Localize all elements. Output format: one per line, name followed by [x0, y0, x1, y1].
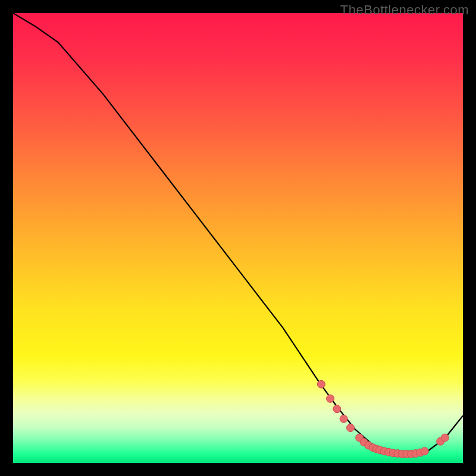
chart-container: TheBottlenecker.com: [0, 0, 476, 476]
dots-group: [317, 380, 449, 458]
highlight-dot: [347, 424, 355, 432]
highlight-dot: [441, 434, 449, 441]
highlight-dots-layer: [13, 13, 463, 463]
plot-area: [13, 13, 463, 463]
highlight-dot: [340, 415, 347, 422]
highlight-dot: [326, 394, 334, 402]
watermark-text: TheBottlenecker.com: [340, 2, 469, 18]
highlight-dot: [333, 405, 341, 413]
highlight-dot: [317, 380, 325, 388]
highlight-dot: [421, 447, 428, 455]
